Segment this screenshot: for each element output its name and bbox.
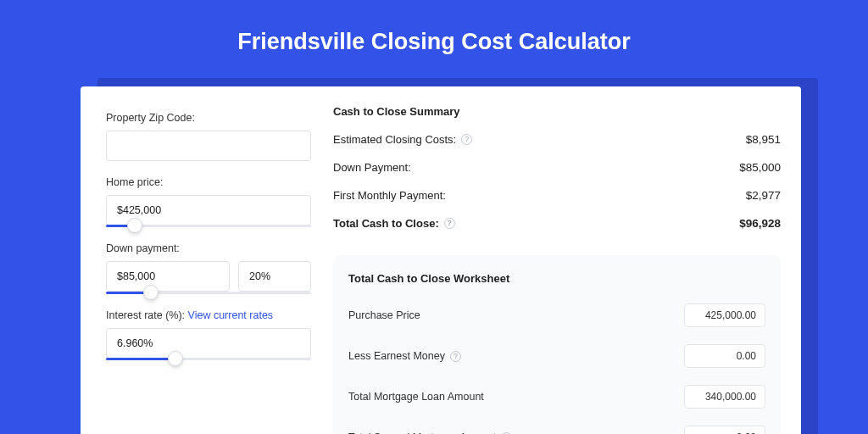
down-payment-pct-input[interactable] (238, 261, 311, 292)
worksheet-row-label: Total Mortgage Loan Amount (348, 391, 484, 403)
worksheet-label-text: Less Earnest Money (348, 350, 445, 362)
interest-rate-input[interactable] (106, 328, 311, 359)
results-panel: Cash to Close Summary Estimated Closing … (326, 86, 801, 434)
worksheet-block: Total Cash to Close Worksheet Purchase P… (333, 255, 781, 434)
worksheet-row: Less Earnest Money?0.00 (348, 344, 765, 368)
page-title: Friendsville Closing Cost Calculator (0, 0, 868, 79)
summary-row-value: $8,951 (746, 133, 781, 146)
summary-label-text: Total Cash to Close: (333, 217, 439, 230)
home-price-slider[interactable] (106, 225, 311, 227)
slider-thumb[interactable] (127, 218, 142, 233)
summary-rows: Estimated Closing Costs:?$8,951Down Paym… (333, 133, 781, 230)
summary-label-text: Estimated Closing Costs: (333, 133, 456, 146)
field-interest-rate: Interest rate (%): View current rates (106, 309, 311, 360)
view-rates-link[interactable]: View current rates (188, 309, 274, 321)
worksheet-row-label: Less Earnest Money? (348, 350, 461, 362)
interest-rate-label-text: Interest rate (%): (106, 309, 185, 321)
worksheet-row-label: Purchase Price (348, 309, 420, 321)
summary-title: Cash to Close Summary (333, 105, 781, 118)
down-payment-input[interactable] (106, 261, 230, 292)
slider-fill (106, 358, 175, 360)
worksheet-row: Purchase Price425,000.00 (348, 303, 765, 327)
help-icon[interactable]: ? (461, 134, 472, 145)
help-icon[interactable]: ? (444, 218, 455, 229)
summary-row-label: Estimated Closing Costs:? (333, 133, 472, 146)
field-zip: Property Zip Code: (106, 112, 311, 161)
worksheet-label-text: Purchase Price (348, 309, 420, 321)
summary-row: Down Payment:$85,000 (333, 161, 781, 174)
worksheet-title: Total Cash to Close Worksheet (348, 272, 765, 285)
slider-thumb[interactable] (143, 285, 159, 300)
summary-row-label: First Monthly Payment: (333, 189, 446, 202)
down-payment-label: Down payment: (106, 242, 311, 254)
zip-label: Property Zip Code: (106, 112, 311, 124)
summary-label-text: First Monthly Payment: (333, 189, 446, 202)
interest-rate-slider[interactable] (106, 358, 311, 360)
worksheet-row: Total Second Mortgage Amount?0.00 (348, 426, 765, 434)
summary-row: First Monthly Payment:$2,977 (333, 189, 781, 202)
worksheet-row: Total Mortgage Loan Amount340,000.00 (348, 385, 765, 409)
inputs-panel: Property Zip Code: Home price: Down paym… (81, 86, 326, 434)
calculator-card: Property Zip Code: Home price: Down paym… (81, 86, 801, 434)
slider-thumb[interactable] (168, 351, 183, 366)
worksheet-row-value: 0.00 (684, 426, 765, 434)
summary-row-value: $85,000 (739, 161, 781, 174)
zip-input[interactable] (106, 131, 311, 161)
down-payment-slider[interactable] (106, 292, 311, 294)
help-icon[interactable]: ? (450, 351, 461, 362)
summary-row-label: Total Cash to Close:? (333, 217, 455, 230)
worksheet-row-value: 0.00 (684, 344, 765, 368)
home-price-label: Home price: (106, 176, 311, 188)
field-home-price: Home price: (106, 176, 311, 227)
worksheet-rows: Purchase Price425,000.00Less Earnest Mon… (348, 303, 765, 434)
worksheet-label-text: Total Mortgage Loan Amount (348, 391, 484, 403)
summary-row-value: $2,977 (746, 189, 781, 202)
interest-rate-label: Interest rate (%): View current rates (106, 309, 311, 321)
summary-row-label: Down Payment: (333, 161, 411, 174)
worksheet-row-value: 425,000.00 (684, 303, 765, 327)
worksheet-row-value: 340,000.00 (684, 385, 765, 409)
summary-label-text: Down Payment: (333, 161, 411, 174)
summary-row: Total Cash to Close:?$96,928 (333, 217, 781, 230)
summary-row: Estimated Closing Costs:?$8,951 (333, 133, 781, 146)
field-down-payment: Down payment: (106, 242, 311, 294)
summary-row-value: $96,928 (739, 217, 781, 230)
